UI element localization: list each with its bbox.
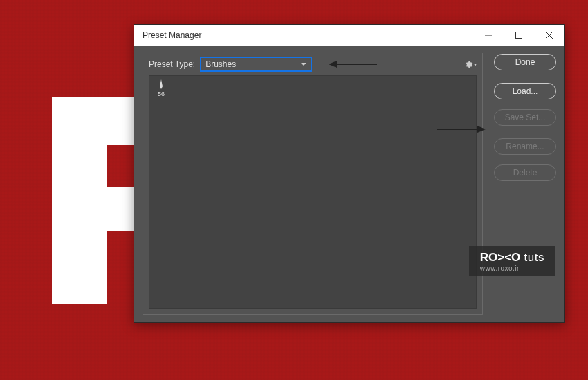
brush-size-label: 56 [158,91,165,97]
left-area: Preset Type: Brushes ▾ 56 [143,53,483,315]
maximize-button[interactable] [504,25,534,46]
gear-icon[interactable]: ▾ [464,60,477,69]
watermark: RO><O tuts www.roxo.ir [469,246,555,276]
preset-manager-dialog: Preset Manager Preset Type: Brushes [134,24,565,323]
watermark-suffix: tuts [524,251,544,264]
preset-type-select[interactable]: Brushes [201,57,311,71]
preset-preview-box[interactable]: 56 [149,75,477,309]
titlebar: Preset Manager [134,25,564,46]
window-controls [473,25,564,46]
preset-fieldset: Preset Type: Brushes ▾ 56 [143,53,483,315]
delete-button[interactable]: Delete [494,164,556,181]
close-button[interactable] [534,25,564,46]
load-button[interactable]: Load... [494,83,556,99]
preset-type-label: Preset Type: [149,59,195,69]
watermark-url: www.roxo.ir [480,265,544,272]
minimize-button[interactable] [473,25,504,46]
window-title: Preset Manager [143,30,473,40]
dialog-body: Preset Type: Brushes ▾ 56 [134,46,564,322]
watermark-brand: RO><O [480,251,521,264]
brush-tip-icon [157,79,165,89]
save-set-button[interactable]: Save Set... [494,109,556,126]
preset-type-value: Brushes [205,59,236,69]
brush-preset-item[interactable]: 56 [151,77,172,99]
top-row: Preset Type: Brushes ▾ [149,57,477,71]
done-button[interactable]: Done [494,54,556,70]
rename-button[interactable]: Rename... [494,138,556,155]
gear-caret-icon: ▾ [474,61,477,68]
svg-rect-1 [516,32,522,39]
